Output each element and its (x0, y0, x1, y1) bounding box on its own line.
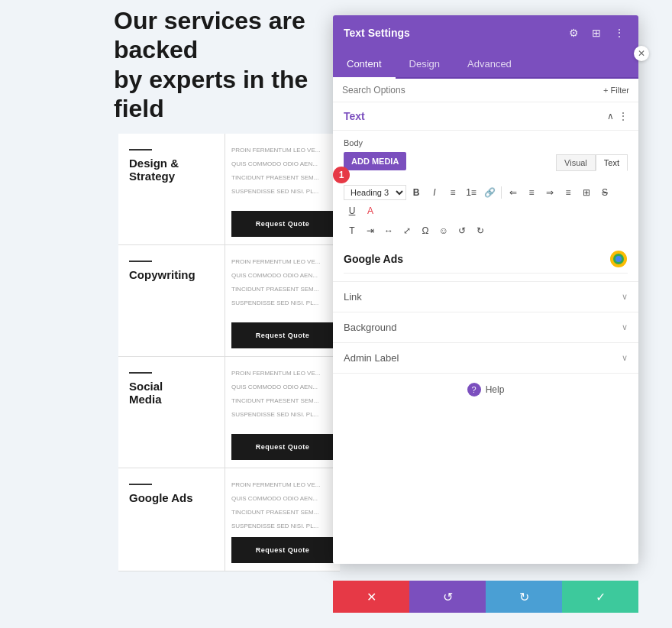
outdent-button[interactable]: ↔ (380, 222, 397, 239)
align-left-button[interactable]: ⇐ (505, 184, 522, 201)
underline-button[interactable]: U (344, 202, 360, 219)
heading-select[interactable]: Heading 3 Heading 1 Heading 2 Paragraph (344, 185, 406, 200)
tab-design[interactable]: Design (396, 50, 454, 79)
redo-action-button[interactable]: ↻ (486, 581, 562, 613)
service-right-copywriting: PROIN FERMENTUM LEO VE... QUIS COMMODO O… (225, 245, 340, 356)
admin-label-section-header[interactable]: Admin Label ∨ (333, 343, 638, 373)
panel-title: Text Settings (344, 27, 410, 39)
table-button[interactable]: ⊞ (578, 184, 595, 201)
google-ads-icon (609, 250, 628, 268)
lorem-c1: PROIN FERMENTUM LEO VE... (231, 257, 334, 267)
service-divider-3 (129, 372, 152, 374)
service-row-google: Google Ads PROIN FERMENTUM LEO VE... QUI… (118, 468, 340, 571)
redo-editor-button[interactable]: ↻ (472, 222, 489, 239)
align-right-button[interactable]: ⇒ (541, 184, 558, 201)
service-left-copywriting: Copywriting (118, 245, 225, 356)
strikethrough-button[interactable]: S (596, 184, 613, 201)
toolbar-row-2: T ⇥ ↔ ⤢ Ω ☺ ↺ ↻ (344, 222, 628, 239)
indent-button[interactable]: ⇥ (362, 222, 379, 239)
tab-content[interactable]: Content (333, 50, 396, 79)
lorem-1: PROIN FERMENTUM LEO VE... (231, 146, 334, 155)
panel-settings-icon[interactable]: ⚙ (565, 24, 582, 41)
undo-editor-button[interactable]: ↺ (454, 222, 470, 239)
background-section: Background ∨ (333, 312, 638, 343)
service-divider-2 (129, 261, 152, 262)
unordered-list-button[interactable]: ≡ (444, 184, 461, 201)
close-button[interactable]: ✕ (634, 46, 649, 61)
background-section-header[interactable]: Background ∨ (333, 312, 638, 342)
service-btn-wrap-design: Request Quote (225, 208, 340, 244)
filter-button[interactable]: + Filter (603, 86, 629, 95)
link-section-title: Link (344, 291, 362, 303)
background-chevron-icon: ∨ (622, 322, 628, 332)
service-name-social: SocialMedia (129, 380, 214, 406)
help-text[interactable]: Help (486, 384, 505, 395)
save-action-button[interactable]: ✓ (562, 581, 638, 613)
ordered-list-button[interactable]: 1≡ (463, 184, 480, 201)
emoji-button[interactable]: ☺ (435, 222, 452, 239)
align-center-button[interactable]: ≡ (523, 184, 540, 201)
page-title: Our services are backed by experts in th… (114, 6, 320, 124)
request-quote-button-social[interactable]: Request Quote (231, 434, 334, 460)
justify-button[interactable]: ≡ (560, 184, 577, 201)
service-lorem-copywriting: PROIN FERMENTUM LEO VE... QUIS COMMODO O… (225, 245, 340, 319)
lorem-c2: QUIS COMMODO ODIO AEN... (231, 271, 334, 280)
text-body-content: Body ADD MEDIA Visual Text Heading 3 Hea… (333, 131, 638, 282)
link-section-header[interactable]: Link ∨ (333, 282, 638, 312)
cancel-action-button[interactable]: ✕ (333, 581, 409, 613)
toolbar-row-1: Heading 3 Heading 1 Heading 2 Paragraph … (344, 184, 628, 219)
lorem-c3: TINCIDUNT PRAESENT SEM... (231, 285, 334, 294)
text-section-title: Text (344, 110, 365, 122)
bold-button[interactable]: B (408, 184, 425, 201)
lorem-4: SUSPENDISSE SED NISI. PL... (231, 187, 334, 196)
link-button[interactable]: 🔗 (481, 184, 498, 201)
request-quote-button-copy[interactable]: Request Quote (231, 322, 334, 348)
add-media-button[interactable]: ADD MEDIA (344, 152, 406, 170)
lorem-g3: TINCIDUNT PRAESENT SEM... (231, 508, 334, 517)
service-left-design: Design &Strategy (118, 134, 225, 244)
undo-action-button[interactable]: ↺ (409, 581, 486, 613)
chevron-up-icon[interactable]: ∧ (607, 111, 614, 121)
lorem-s1: PROIN FERMENTUM LEO VE... (231, 369, 334, 378)
editor-tab-text[interactable]: Text (596, 154, 628, 171)
google-ads-label: Google Ads (344, 253, 403, 265)
request-quote-button-design[interactable]: Request Quote (231, 211, 334, 237)
lorem-s4: SUSPENDISSE SED NISI. PL... (231, 410, 334, 419)
editor-tab-visual[interactable]: Visual (556, 154, 596, 171)
panel-layout-icon[interactable]: ⊞ (588, 24, 605, 41)
text-settings-panel: Text Settings ⚙ ⊞ ⋮ Content Design Advan… (333, 15, 638, 564)
lorem-s2: QUIS COMMODO ODIO AEN... (231, 383, 334, 392)
service-row-design: Design &Strategy PROIN FERMENTUM LEO VE.… (118, 134, 340, 245)
service-name-design: Design &Strategy (129, 157, 214, 183)
search-input[interactable] (342, 85, 603, 95)
tab-advanced[interactable]: Advanced (454, 50, 525, 79)
fullscreen-button[interactable]: ⤢ (399, 222, 415, 239)
panel-tabs: Content Design Advanced (333, 50, 638, 79)
body-label: Body (344, 138, 628, 147)
toolbar-sep-1 (501, 186, 502, 199)
lorem-s3: TINCIDUNT PRAESENT SEM... (231, 397, 334, 406)
color-button[interactable]: A (362, 202, 379, 219)
title-line2: by experts in the field (114, 66, 308, 122)
lorem-g2: QUIS COMMODO ODIO AEN... (231, 494, 334, 503)
google-ads-content-row: Google Ads (344, 245, 628, 274)
request-quote-button-google[interactable]: Request Quote (231, 537, 334, 563)
svg-point-2 (615, 256, 622, 262)
more-options-icon[interactable]: ⋮ (619, 111, 628, 121)
service-name-google: Google Ads (129, 491, 214, 504)
badge-number: 1 (333, 167, 350, 183)
text-section-header: Text ∧ ⋮ (333, 102, 638, 131)
service-right-google: PROIN FERMENTUM LEO VE... QUIS COMMODO O… (225, 468, 340, 571)
special-chars-button[interactable]: Ω (417, 222, 434, 239)
lorem-c4: SUSPENDISSE SED NISI. PL... (231, 299, 334, 308)
service-left-social: SocialMedia (118, 357, 225, 468)
panel-more-icon[interactable]: ⋮ (611, 24, 628, 41)
italic-button[interactable]: I (426, 184, 443, 201)
service-lorem-google: PROIN FERMENTUM LEO VE... QUIS COMMODO O… (225, 468, 340, 534)
lorem-3: TINCIDUNT PRAESENT SEM... (231, 173, 334, 183)
editor-tabs: Visual Text (556, 154, 628, 171)
format-button[interactable]: T (344, 222, 360, 239)
service-row-copywriting: Copywriting PROIN FERMENTUM LEO VE... QU… (118, 245, 340, 357)
service-lorem-design: PROIN FERMENTUM LEO VE... QUIS COMMODO O… (225, 134, 340, 208)
service-lorem-social: PROIN FERMENTUM LEO VE... QUIS COMMODO O… (225, 357, 340, 431)
